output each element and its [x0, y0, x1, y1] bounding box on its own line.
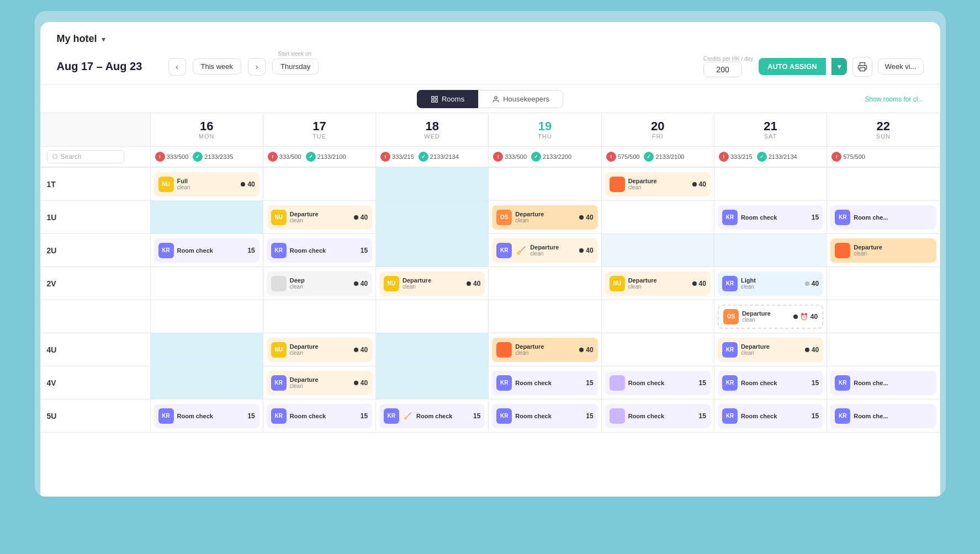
task-card-4u-17[interactable]: NU Departure clean 40 — [267, 338, 372, 362]
task-info: Departure clean — [290, 376, 351, 389]
task-card-5u-18[interactable]: KR 🧹 Room check 15 — [379, 404, 485, 428]
assignee-badge-kr: KR — [496, 375, 512, 391]
room-cell-2v-17: Deep clean 40 — [263, 267, 376, 300]
task-card-4v-22[interactable]: KR Room che... — [830, 371, 936, 395]
task-type: Departure — [742, 310, 790, 317]
day-name-sun: SUN — [830, 133, 936, 140]
task-credits: 15 — [361, 412, 368, 420]
task-card-5u-21[interactable]: KR Room check 15 — [718, 404, 823, 428]
task-card-4v-20[interactable]: Room check 15 — [605, 371, 711, 395]
task-card-1u-21[interactable]: KR Room check 15 — [718, 205, 823, 230]
stat-icon-red-22: ! — [831, 152, 841, 162]
task-type: Room check — [416, 413, 470, 419]
room-cell-2v-22 — [827, 267, 940, 300]
stats-cell-22: ! 575/500 — [827, 147, 940, 168]
week-view-button[interactable]: Week vi... — [878, 58, 924, 74]
task-type: Departure — [854, 244, 931, 251]
stat-icon-red-17: ! — [268, 152, 278, 162]
task-card-5u-16[interactable]: KR Room check 15 — [154, 404, 259, 428]
task-card-1t-16[interactable]: NU Full clean 40 — [154, 172, 259, 196]
stat-badge-teal-17: ✓ 2133/2100 — [306, 152, 346, 162]
housekeepers-tab[interactable]: Housekeepers — [478, 90, 563, 108]
task-type: Room check — [177, 247, 245, 254]
task-credits: 15 — [699, 379, 706, 387]
room-cell-1u-16 — [151, 201, 263, 234]
task-card-2u-19[interactable]: KR 🧹 Departure clean 40 — [492, 238, 597, 263]
stat-badge-red-16: ! 333/500 — [155, 152, 189, 162]
search-cell: Search — [40, 147, 151, 168]
room-label-1u: 1U — [40, 201, 151, 234]
dot-icon — [579, 348, 584, 352]
room-cell-2v2-21: OS Departure clean ⏰ 40 — [714, 300, 827, 333]
task-card-2v-21[interactable]: KR Light clean 40 — [718, 271, 823, 296]
task-info: Room check — [515, 413, 582, 419]
task-card-1t-20[interactable]: Departure clean 40 — [605, 172, 711, 196]
task-credits: 15 — [586, 412, 593, 420]
task-card-1u-22[interactable]: KR Room che... — [830, 205, 936, 230]
task-card-1u-19[interactable]: OS Departure clean 40 — [492, 205, 597, 230]
show-rooms-text[interactable]: Show rooms for cl... — [865, 95, 923, 103]
stat-badge-teal-19: ✓ 2133/2200 — [531, 152, 571, 162]
next-week-button[interactable]: › — [248, 58, 266, 76]
day-name-tue: TUE — [267, 133, 372, 140]
task-subtype: clean — [290, 350, 351, 356]
start-week-button[interactable]: Thursday — [272, 58, 319, 74]
task-card-2v-20[interactable]: NU Departure clean 40 — [605, 271, 711, 296]
stat-badge-teal-16: ✓ 2133/2335 — [193, 152, 233, 162]
calendar-grid: 16 MON 17 TUE 18 WED 19 THU 20 FRI — [40, 113, 940, 433]
room-cell-2u-18 — [376, 234, 489, 267]
rooms-tab[interactable]: Rooms — [417, 90, 478, 108]
task-credits: 15 — [812, 214, 819, 221]
task-card-2v2-21-dashed[interactable]: OS Departure clean ⏰ 40 — [718, 305, 823, 329]
task-card-1u-17[interactable]: NU Departure clean 40 — [267, 205, 372, 230]
print-button[interactable] — [852, 57, 872, 77]
task-card-2v-17[interactable]: Deep clean 40 — [267, 271, 372, 296]
task-type: Room check — [515, 413, 582, 419]
task-card-5u-19[interactable]: KR Room check 15 — [492, 404, 597, 428]
room-cell-5u-22: KR Room che... — [827, 399, 940, 433]
hotel-dropdown-icon[interactable]: ▾ — [102, 35, 105, 44]
dot-icon — [467, 281, 471, 286]
task-card-2u-16[interactable]: KR Room check 15 — [154, 238, 259, 263]
auto-assign-dropdown-button[interactable]: ▾ — [831, 58, 847, 75]
room-cell-4u-18 — [376, 333, 489, 366]
stat-text-teal-16: 2133/2335 — [204, 153, 233, 160]
task-type: Room check — [177, 413, 245, 419]
task-subtype: clean — [628, 284, 689, 290]
task-info: Departure clean — [628, 178, 689, 190]
task-card-5u-17[interactable]: KR Room check 15 — [267, 404, 372, 428]
room-cell-2u-16: KR Room check 15 — [151, 234, 263, 267]
orange-badge — [610, 177, 625, 192]
task-type: Departure — [628, 277, 689, 284]
task-card-4u-19[interactable]: Departure clean 40 — [492, 338, 597, 362]
task-type: Room check — [628, 413, 696, 419]
search-box[interactable]: Search — [47, 150, 124, 163]
day-num-21: 21 — [718, 120, 823, 133]
start-week-container: Start week on Thursday — [272, 58, 319, 74]
task-card-4v-21[interactable]: KR Room check 15 — [718, 371, 823, 395]
dot-icon — [692, 182, 697, 187]
credits-input[interactable] — [703, 62, 742, 77]
room-cell-1u-18 — [376, 201, 489, 234]
prev-week-button[interactable]: ‹ — [168, 58, 186, 76]
task-type: Room check — [741, 413, 808, 419]
room-cell-2v2-18 — [376, 300, 489, 333]
task-info: Departure clean — [290, 343, 351, 356]
task-credits: 15 — [361, 247, 368, 254]
task-card-5u-22[interactable]: KR Room che... — [830, 404, 936, 428]
task-card-2u-22[interactable]: Departure clean — [830, 238, 936, 263]
task-card-2u-17[interactable]: KR Room check 15 — [267, 238, 372, 263]
task-card-4v-17[interactable]: KR Departure clean 40 — [267, 371, 372, 395]
task-card-4u-21[interactable]: KR Departure clean 40 — [718, 338, 823, 362]
task-credits: 15 — [473, 412, 480, 420]
orange-badge — [496, 342, 512, 358]
hk-icon-5u: 🧹 — [404, 412, 412, 420]
task-card-2v-18[interactable]: NU Departure clean 40 — [379, 271, 485, 296]
task-card-5u-20[interactable]: Room check 15 — [605, 404, 711, 428]
task-info: Full clean — [177, 178, 238, 190]
stat-text-red-17: 333/500 — [279, 153, 301, 160]
auto-assign-button[interactable]: AUTO ASSIGN — [759, 58, 826, 75]
this-week-button[interactable]: This week — [193, 58, 242, 74]
task-type: Departure — [515, 343, 576, 350]
task-card-4v-19[interactable]: KR Room check 15 — [492, 371, 597, 395]
